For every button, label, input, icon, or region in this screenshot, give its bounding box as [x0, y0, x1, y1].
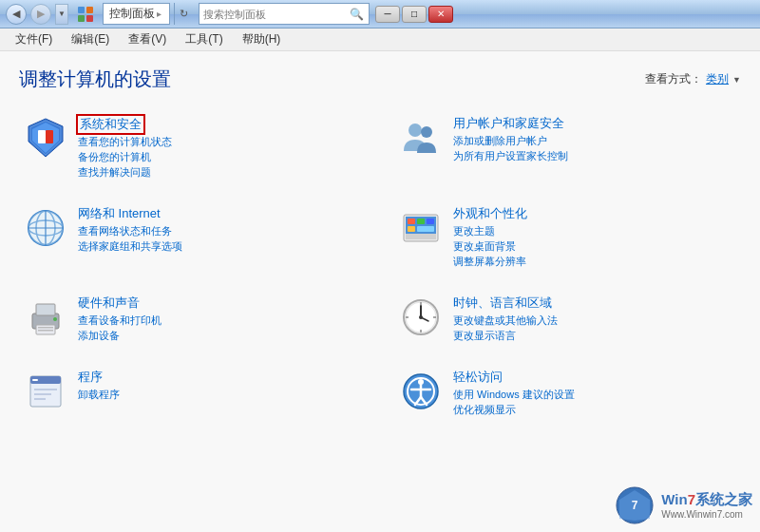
watermark-7: 7: [688, 491, 695, 507]
svg-rect-24: [417, 226, 434, 232]
system-security-content: 系统和安全 查看您的计算机状态 备份您的计算机 查找并解决问题: [78, 115, 362, 180]
clock-title[interactable]: 时钟、语言和区域: [453, 294, 737, 312]
menu-view[interactable]: 查看(V): [121, 29, 174, 49]
svg-point-9: [408, 124, 422, 137]
svg-rect-2: [78, 15, 85, 22]
svg-rect-29: [38, 330, 53, 332]
system-security-link-3[interactable]: 查找并解决问题: [78, 165, 362, 180]
back-button[interactable]: ◀: [6, 4, 27, 25]
section-hardware: 硬件和声音 查看设备和打印机 添加设备: [19, 287, 366, 352]
ease-access-link-2[interactable]: 优化视频显示: [453, 403, 737, 417]
forward-button[interactable]: ▶: [30, 4, 51, 25]
network-icon: [23, 205, 68, 251]
svg-rect-1: [86, 7, 93, 13]
appearance-content: 外观和个性化 更改主题 更改桌面背景 调整屏幕分辨率: [453, 205, 737, 270]
section-network: 网络和 Internet 查看网络状态和任务 选择家庭组和共享选项: [19, 198, 366, 277]
watermark: 7 Win7系统之家 Www.Winwin7.com: [616, 486, 752, 524]
svg-point-10: [421, 126, 432, 138]
system-security-title[interactable]: 系统和安全: [78, 116, 143, 133]
search-bar[interactable]: 🔍: [199, 3, 370, 25]
clock-icon: [398, 294, 444, 340]
clock-content: 时钟、语言和区域 更改键盘或其他输入法 更改显示语言: [453, 294, 737, 344]
user-accounts-link-1[interactable]: 添加或删除用户帐户: [453, 134, 737, 148]
network-content: 网络和 Internet 查看网络状态和任务 选择家庭组和共享选项: [78, 205, 362, 255]
programs-title[interactable]: 程序: [78, 369, 362, 386]
search-button[interactable]: 🔍: [348, 6, 365, 23]
svg-rect-23: [408, 226, 415, 232]
control-panel-grid: 系统和安全 查看您的计算机状态 备份您的计算机 查找并解决问题 用户帐户和家庭安…: [19, 107, 741, 426]
nav-dropdown-button[interactable]: ▼: [55, 4, 68, 25]
svg-point-30: [53, 317, 57, 321]
network-title[interactable]: 网络和 Internet: [78, 205, 362, 222]
address-text: 控制面板: [109, 6, 155, 22]
menu-help[interactable]: 帮助(H): [235, 29, 289, 49]
svg-rect-3: [86, 15, 93, 22]
hardware-link-2[interactable]: 添加设备: [78, 329, 362, 343]
hardware-link-1[interactable]: 查看设备和打印机: [78, 314, 362, 328]
user-accounts-icon: [398, 115, 444, 161]
hardware-icon: [23, 294, 68, 340]
main-content: 调整计算机的设置 查看方式： 类别 ▼ 系统和安全 查看您的计算机状态: [0, 51, 760, 532]
view-dropdown-icon[interactable]: ▼: [732, 75, 741, 85]
user-accounts-title[interactable]: 用户帐户和家庭安全: [453, 115, 737, 132]
watermark-logo-icon: 7: [616, 486, 654, 524]
address-bar[interactable]: 控制面板 ▸: [103, 3, 170, 25]
system-security-link-2[interactable]: 备份您的计算机: [78, 150, 362, 164]
content-header: 调整计算机的设置 查看方式： 类别 ▼: [19, 66, 741, 92]
appearance-title[interactable]: 外观和个性化: [453, 205, 737, 222]
section-clock: 时钟、语言和区域 更改键盘或其他输入法 更改显示语言: [394, 287, 741, 352]
section-system-security: 系统和安全 查看您的计算机状态 备份您的计算机 查找并解决问题: [19, 107, 366, 188]
minimize-button[interactable]: ─: [375, 6, 400, 23]
network-link-2[interactable]: 选择家庭组和共享选项: [78, 239, 362, 254]
nav-controls: ◀ ▶ ▼ 控制面板 ▸ ↻: [6, 3, 193, 25]
appearance-link-3[interactable]: 调整屏幕分辨率: [453, 255, 737, 269]
system-security-icon: [23, 115, 68, 161]
clock-link-2[interactable]: 更改显示语言: [453, 329, 737, 343]
close-button[interactable]: ✕: [428, 6, 453, 23]
watermark-suffix: 系统之家: [695, 491, 752, 507]
user-accounts-content: 用户帐户和家庭安全 添加或删除用户帐户 为所有用户设置家长控制: [453, 115, 737, 164]
address-separator: ▸: [157, 9, 162, 19]
ease-access-icon: [398, 369, 444, 414]
svg-rect-28: [38, 327, 53, 329]
network-link-1[interactable]: 查看网络状态和任务: [78, 224, 362, 238]
svg-rect-7: [46, 130, 53, 143]
appearance-link-1[interactable]: 更改主题: [453, 224, 737, 238]
svg-rect-6: [38, 130, 46, 143]
hardware-content: 硬件和声音 查看设备和打印机 添加设备: [78, 294, 362, 344]
clock-link-1[interactable]: 更改键盘或其他输入法: [453, 314, 737, 328]
svg-rect-21: [417, 218, 425, 224]
window-controls: ─ □ ✕: [375, 6, 453, 23]
ease-access-link-1[interactable]: 使用 Windows 建议的设置: [453, 388, 737, 402]
menu-file[interactable]: 文件(F): [8, 29, 60, 49]
user-accounts-link-2[interactable]: 为所有用户设置家长控制: [453, 149, 737, 163]
view-mode-selector: 查看方式： 类别 ▼: [645, 71, 741, 87]
ease-access-title[interactable]: 轻松访问: [453, 369, 737, 386]
system-security-link-1[interactable]: 查看您的计算机状态: [78, 135, 362, 149]
svg-rect-26: [36, 304, 55, 315]
watermark-line1: Win7系统之家: [661, 491, 752, 509]
svg-rect-42: [32, 379, 38, 381]
svg-point-35: [419, 315, 423, 319]
appearance-link-2[interactable]: 更改桌面背景: [453, 239, 737, 254]
view-mode-label: 查看方式：: [645, 71, 702, 87]
maximize-button[interactable]: □: [402, 6, 427, 23]
watermark-win: Win: [661, 491, 687, 507]
search-input[interactable]: [203, 9, 348, 20]
title-bar: ◀ ▶ ▼ 控制面板 ▸ ↻ 🔍 ─ □ ✕: [0, 0, 760, 28]
svg-rect-20: [408, 218, 415, 224]
svg-rect-0: [78, 7, 85, 13]
hardware-title[interactable]: 硬件和声音: [78, 294, 362, 312]
programs-content: 程序 卸载程序: [78, 369, 362, 403]
view-mode-value[interactable]: 类别: [706, 71, 729, 87]
search-area: 🔍: [199, 3, 370, 25]
section-user-accounts: 用户帐户和家庭安全 添加或删除用户帐户 为所有用户设置家长控制: [394, 107, 741, 188]
refresh-button[interactable]: ↻: [174, 3, 193, 25]
programs-link-1[interactable]: 卸载程序: [78, 388, 362, 402]
menu-tools[interactable]: 工具(T): [178, 29, 230, 49]
menu-edit[interactable]: 编辑(E): [64, 29, 117, 49]
section-appearance: 外观和个性化 更改主题 更改桌面背景 调整屏幕分辨率: [394, 198, 741, 277]
svg-text:7: 7: [632, 499, 638, 512]
appearance-icon: [398, 205, 444, 251]
page-title: 调整计算机的设置: [19, 66, 171, 92]
